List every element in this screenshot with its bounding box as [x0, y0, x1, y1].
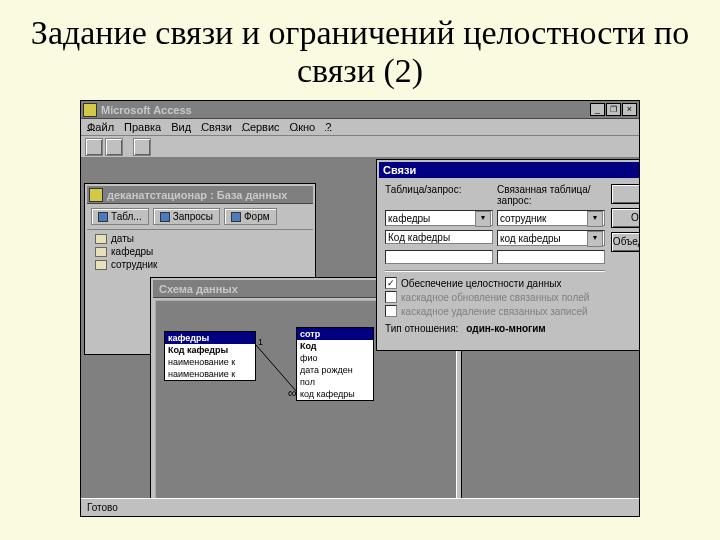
- right-field-combo[interactable]: код кафедры: [497, 230, 605, 246]
- table-header: кафедры: [165, 332, 255, 344]
- table-field[interactable]: пол: [297, 376, 373, 388]
- integrity-checkbox-row[interactable]: Обеспечение целостности данных: [385, 277, 605, 289]
- join-button[interactable]: Объединение...: [611, 232, 639, 252]
- checkbox-label: каскадное обновление связанных полей: [401, 292, 589, 303]
- dialog-title: Связи: [383, 164, 639, 176]
- toolbar-button[interactable]: [105, 138, 123, 156]
- slide-title: Задание связи и ограничений целостности …: [30, 14, 690, 90]
- menubar: Файл Правка Вид Связи Сервис Окно ?: [81, 119, 639, 136]
- left-table-label: Таблица/запрос:: [385, 184, 493, 206]
- db-title: деканатстационар : База данных: [107, 189, 311, 201]
- menu-edit[interactable]: Правка: [124, 121, 161, 133]
- svg-text:1: 1: [258, 339, 263, 347]
- edit-relationship-dialog: Связи ? × Таблица/запрос: Связанная табл…: [377, 160, 639, 350]
- table-box-left[interactable]: кафедры Код кафедры наименование к наиме…: [164, 331, 256, 381]
- minimize-button[interactable]: _: [590, 103, 605, 116]
- table-field[interactable]: наименование к: [165, 356, 255, 368]
- left-table-combo[interactable]: кафедры: [385, 210, 493, 226]
- tab-forms-label: Форм: [244, 211, 270, 222]
- menu-tools[interactable]: Сервис: [242, 121, 280, 133]
- list-item[interactable]: кафедры: [95, 245, 305, 258]
- table-icon: [95, 247, 107, 257]
- empty-field-cell[interactable]: [497, 250, 605, 264]
- relation-line[interactable]: 1 ∞: [256, 339, 298, 399]
- db-table-list: даты кафедры сотрудник: [87, 230, 313, 273]
- svg-text:∞: ∞: [288, 386, 297, 399]
- db-tabs: Табл... Запросы Форм: [87, 204, 313, 230]
- cascade-update-checkbox[interactable]: [385, 291, 397, 303]
- table-field[interactable]: фио: [297, 352, 373, 364]
- status-text: Готово: [87, 502, 118, 513]
- right-table-label: Связанная таблица/запрос:: [497, 184, 605, 206]
- restore-button[interactable]: [606, 103, 621, 116]
- menu-relations[interactable]: Связи: [201, 121, 232, 133]
- app-titlebar: Microsoft Access _ ×: [81, 101, 639, 119]
- tab-queries[interactable]: Запросы: [153, 208, 220, 225]
- relation-type-label: Тип отношения:: [385, 323, 458, 334]
- cancel-button[interactable]: Отмена: [611, 208, 639, 228]
- toolbar-button[interactable]: [133, 138, 151, 156]
- menu-view[interactable]: Вид: [171, 121, 191, 133]
- list-item[interactable]: даты: [95, 232, 305, 245]
- queries-icon: [160, 212, 170, 222]
- table-name: кафедры: [111, 246, 153, 257]
- tables-icon: [98, 212, 108, 222]
- combo-value: сотрудник: [500, 213, 546, 224]
- access-icon: [83, 103, 97, 117]
- close-button[interactable]: ×: [622, 103, 637, 116]
- checkbox-label: каскадное удаление связанных записей: [401, 306, 588, 317]
- integrity-checkbox[interactable]: [385, 277, 397, 289]
- menu-file[interactable]: Файл: [87, 121, 114, 133]
- forms-icon: [231, 212, 241, 222]
- mdi-workspace: деканатстационар : База данных Табл... З…: [81, 158, 639, 498]
- menu-help[interactable]: ?: [325, 121, 331, 133]
- ok-button[interactable]: ОК: [611, 184, 639, 204]
- relations-title: Схема данных: [155, 283, 406, 295]
- svg-line-0: [256, 345, 296, 391]
- cascade-delete-row[interactable]: каскадное удаление связанных записей: [385, 305, 605, 317]
- empty-field-cell[interactable]: [385, 250, 493, 264]
- tab-forms[interactable]: Форм: [224, 208, 277, 225]
- list-item[interactable]: сотрудник: [95, 258, 305, 271]
- left-field-cell[interactable]: Код кафедры: [385, 230, 493, 244]
- relation-type-value: один-ко-многим: [466, 323, 545, 334]
- table-name: даты: [111, 233, 134, 244]
- table-icon: [95, 234, 107, 244]
- statusbar: Готово: [81, 498, 639, 516]
- combo-value: кафедры: [388, 213, 430, 224]
- db-titlebar: деканатстационар : База данных: [87, 186, 313, 204]
- table-field[interactable]: Код кафедры: [165, 344, 255, 356]
- combo-value: код кафедры: [500, 233, 561, 244]
- menu-window[interactable]: Окно: [290, 121, 316, 133]
- cascade-update-row[interactable]: каскадное обновление связанных полей: [385, 291, 605, 303]
- app-title: Microsoft Access: [101, 104, 586, 116]
- cascade-delete-checkbox[interactable]: [385, 305, 397, 317]
- tab-queries-label: Запросы: [173, 211, 213, 222]
- checkbox-label: Обеспечение целостности данных: [401, 278, 561, 289]
- table-header: сотр: [297, 328, 373, 340]
- table-box-right[interactable]: сотр Код фио дата рожден пол код кафедры: [296, 327, 374, 401]
- access-main-window: Microsoft Access _ × Файл Правка Вид Свя…: [80, 100, 640, 517]
- toolbar: [81, 136, 639, 158]
- dialog-titlebar: Связи ? ×: [379, 162, 639, 178]
- db-icon: [89, 188, 103, 202]
- right-table-combo[interactable]: сотрудник: [497, 210, 605, 226]
- separator: [385, 270, 605, 271]
- table-field[interactable]: наименование к: [165, 368, 255, 380]
- table-field[interactable]: Код: [297, 340, 373, 352]
- tab-tables-label: Табл...: [111, 211, 142, 222]
- table-name: сотрудник: [111, 259, 157, 270]
- table-field[interactable]: код кафедры: [297, 388, 373, 400]
- table-icon: [95, 260, 107, 270]
- toolbar-button[interactable]: [85, 138, 103, 156]
- tab-tables[interactable]: Табл...: [91, 208, 149, 225]
- table-field[interactable]: дата рожден: [297, 364, 373, 376]
